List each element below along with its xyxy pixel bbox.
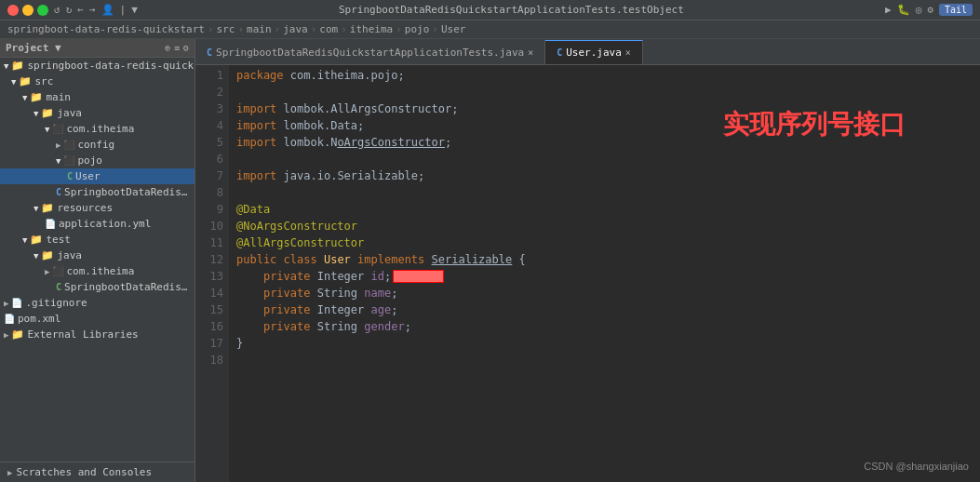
tree-item-main[interactable]: ▼ 📁 main <box>0 89 195 105</box>
tree-label-pojo: pojo <box>77 154 102 167</box>
code-line-6 <box>236 151 973 167</box>
tree-label-src: src <box>34 75 53 87</box>
breadcrumb-item-itheima[interactable]: itheima <box>350 23 393 35</box>
yml-file-icon: 📄 <box>45 219 56 229</box>
tree-item-external-libraries[interactable]: ▶ 📁 External Libraries <box>0 327 195 342</box>
ln-8: 8 <box>195 184 223 201</box>
sidebar-icon-1[interactable]: ⊕ <box>165 43 170 53</box>
expand-icon: ▼ <box>22 93 27 102</box>
sidebar-icon-2[interactable]: ≡ <box>174 43 180 53</box>
tree-item-pom-xml[interactable]: 📄 pom.xml <box>0 311 195 327</box>
main-folder-icon: 📁 <box>30 91 43 103</box>
tree-item-root[interactable]: ▼ 📁 springboot-data-redis-quickstart …/i… <box>0 58 195 74</box>
breadcrumb-item-pojo[interactable]: pojo <box>405 23 430 35</box>
project-folder-icon: 📁 <box>11 60 24 72</box>
close-btn[interactable] <box>7 5 19 16</box>
tree-label-user: User <box>75 170 101 182</box>
ln-4: 4 <box>195 117 223 134</box>
code-line-4: import lombok.Data; <box>236 117 973 134</box>
expand-icon: ▼ <box>45 125 49 134</box>
tree-item-test-com-itheima[interactable]: ▶ ⬛ com.itheima <box>0 263 195 279</box>
back-icon[interactable]: ← <box>77 4 84 16</box>
ext-lib-folder-icon: 📁 <box>11 328 24 341</box>
code-line-1: package com.itheima.pojo; <box>236 67 973 84</box>
sidebar-icon-3[interactable]: ⚙ <box>183 43 189 53</box>
tree-label-com-itheima: com.itheima <box>66 123 134 135</box>
gitignore-file-icon: 📄 <box>11 298 22 308</box>
package-icon: ⬛ <box>63 140 74 150</box>
ln-6: 6 <box>195 151 223 167</box>
tree-label-external-libraries: External Libraries <box>27 328 138 341</box>
undo-icon[interactable]: ↺ <box>54 4 60 16</box>
tab-user[interactable]: C User.java × <box>545 40 643 64</box>
breadcrumb-item-src[interactable]: src <box>217 23 235 35</box>
tree-item-test[interactable]: ▼ 📁 test <box>0 232 195 248</box>
tree-item-config[interactable]: ▶ ⬛ config <box>0 137 195 153</box>
tab-label-2: User.java <box>566 47 622 59</box>
code-content[interactable]: package com.itheima.pojo; import lombok.… <box>229 65 980 482</box>
tree-label-application-yml: application.yml <box>59 218 151 230</box>
test-folder-icon: 📁 <box>30 234 43 246</box>
toolbar-left: ↺ ↻ ← → 👤 | ▼ <box>54 4 138 16</box>
tree-item-src[interactable]: ▼ 📁 src <box>0 74 195 89</box>
tree-item-user[interactable]: C User <box>0 168 195 184</box>
project-tree: ▼ 📁 springboot-data-redis-quickstart …/i… <box>0 58 195 462</box>
expand-icon: ▶ <box>56 141 60 150</box>
scratches-expand-icon: ▶ <box>7 468 12 477</box>
expand-icon: ▼ <box>34 204 38 213</box>
tree-item-gitignore[interactable]: ▶ 📄 .gitignore <box>0 295 195 311</box>
tree-item-springboot-main[interactable]: C SpringbootDataRedis… <box>0 184 195 200</box>
run-icon[interactable]: ▶ <box>885 4 892 16</box>
coverage-icon[interactable]: ◎ <box>916 4 922 16</box>
tree-label-main: main <box>46 91 71 103</box>
ln-7: 7 <box>195 167 223 184</box>
code-editor[interactable]: 1 2 3 4 5 6 7 8 9 10 11 12 13 14 15 16 1… <box>195 65 980 482</box>
expand-icon: ▼ <box>22 235 27 245</box>
java-folder-icon: 📁 <box>41 107 54 119</box>
scratches-consoles[interactable]: ▶ Scratches and Consoles <box>0 462 195 482</box>
tree-item-com-itheima[interactable]: ▼ ⬛ com.itheima <box>0 121 195 137</box>
java-class-icon: C <box>56 282 61 292</box>
tree-item-application-yml[interactable]: 📄 application.yml <box>0 216 195 232</box>
pom-file-icon: 📄 <box>4 314 15 324</box>
ln-9: 9 <box>195 201 223 218</box>
tree-item-java[interactable]: ▼ 📁 java <box>0 105 195 121</box>
forward-icon[interactable]: → <box>89 4 96 16</box>
ln-10: 10 <box>195 218 223 234</box>
expand-icon: ▶ <box>4 330 8 340</box>
tree-item-test-java[interactable]: ▼ 📁 java <box>0 248 195 263</box>
code-line-7: import java.io.Serializable; <box>236 167 973 184</box>
tree-item-test-springboot[interactable]: C SpringbootDataRedis… <box>0 279 195 295</box>
tree-item-pojo[interactable]: ▼ ⬛ pojo <box>0 153 195 168</box>
breadcrumb-item-java[interactable]: java <box>283 23 308 35</box>
breadcrumb-item-main[interactable]: main <box>247 23 272 35</box>
code-line-9: @Data <box>236 201 973 218</box>
sidebar-header: Project ▼ ⊕ ≡ ⚙ <box>0 39 195 58</box>
breadcrumb-item-project[interactable]: springboot-data-redis-quickstart <box>7 23 205 35</box>
code-line-17: } <box>236 335 973 352</box>
breadcrumb-item-user[interactable]: User <box>441 23 466 35</box>
tab-icon-1: C <box>207 47 212 58</box>
debug-icon[interactable]: 🐛 <box>897 4 910 16</box>
tab-springboot-tests[interactable]: C SpringbootDataRedisQuickstartApplicati… <box>195 40 545 64</box>
tree-label-test-springboot: SpringbootDataRedis… <box>64 281 187 293</box>
expand-icon: ▼ <box>11 77 16 87</box>
code-line-8 <box>236 184 973 201</box>
ln-11: 11 <box>195 234 223 251</box>
redo-icon[interactable]: ↻ <box>66 4 73 16</box>
breadcrumb: springboot-data-redis-quickstart › src ›… <box>0 20 980 39</box>
profile-icon[interactable]: 👤 <box>101 4 114 16</box>
expand-icon: ▼ <box>4 61 8 71</box>
tail-button[interactable]: Tail <box>939 4 973 16</box>
settings-icon[interactable]: ⚙ <box>927 4 933 16</box>
code-line-11: @AllArgsConstructor <box>236 234 973 251</box>
tree-label-test-java: java <box>57 249 82 261</box>
breadcrumb-dropdown-icon[interactable]: ▼ <box>131 4 138 16</box>
max-btn[interactable] <box>37 5 48 16</box>
tree-item-resources[interactable]: ▼ 📁 resources <box>0 200 195 216</box>
breadcrumb-item-com[interactable]: com <box>319 23 338 35</box>
tree-label-springboot-main: SpringbootDataRedis… <box>64 186 187 198</box>
min-btn[interactable] <box>22 5 34 16</box>
tab-close-2[interactable]: × <box>625 47 631 58</box>
tab-close-1[interactable]: × <box>528 47 533 58</box>
